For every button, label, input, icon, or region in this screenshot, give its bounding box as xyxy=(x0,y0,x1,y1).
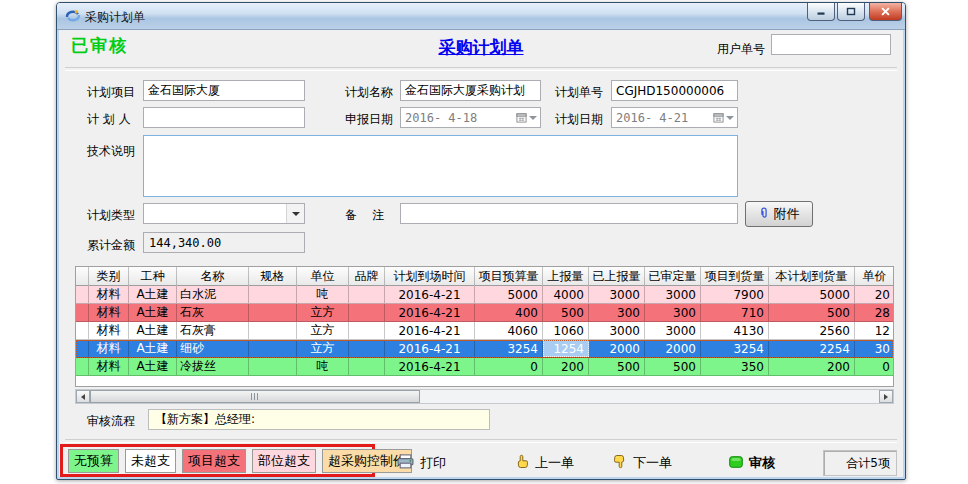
cell[interactable]: 300 xyxy=(589,304,645,321)
cell[interactable]: 4130 xyxy=(701,322,769,339)
scrollbar-thumb[interactable] xyxy=(90,390,420,403)
cell[interactable]: 500 xyxy=(589,358,645,375)
cell[interactable]: 石灰 xyxy=(177,304,249,321)
cell[interactable]: 材料 xyxy=(89,304,129,321)
column-header[interactable]: 单位 xyxy=(297,267,349,286)
cell[interactable]: 5000 xyxy=(475,286,543,303)
cell[interactable]: 材料 xyxy=(89,322,129,339)
plan-project-input[interactable] xyxy=(143,80,305,101)
cell[interactable]: 7900 xyxy=(701,286,769,303)
cell[interactable]: 吨 xyxy=(297,286,349,303)
cell[interactable]: 材料 xyxy=(89,340,129,357)
attachment-button[interactable]: 附件 xyxy=(745,201,813,227)
cell[interactable]: 0 xyxy=(475,358,543,375)
cell[interactable]: 3000 xyxy=(645,286,701,303)
cell[interactable]: 细砂 xyxy=(177,340,249,357)
row-selector[interactable] xyxy=(76,358,89,375)
column-header[interactable]: 项目预算量 xyxy=(475,267,543,286)
cell[interactable]: 3000 xyxy=(589,286,645,303)
cell[interactable]: 2016-4-21 xyxy=(385,322,475,339)
row-selector[interactable] xyxy=(76,322,89,339)
maximize-button[interactable] xyxy=(837,3,865,21)
cell[interactable]: 20 xyxy=(855,286,894,303)
cell[interactable]: 2000 xyxy=(645,340,701,357)
cell[interactable]: 500 xyxy=(769,304,855,321)
cell[interactable]: 2254 xyxy=(769,340,855,357)
cell[interactable]: 材料 xyxy=(89,286,129,303)
cell[interactable]: A土建 xyxy=(129,286,177,303)
table-row[interactable]: 材料A土建白水泥吨2016-4-215000400030003000790050… xyxy=(76,286,893,304)
cell[interactable]: 立方 xyxy=(297,304,349,321)
cell[interactable]: 石灰膏 xyxy=(177,322,249,339)
audit-button[interactable]: 审核 xyxy=(729,451,775,475)
cell[interactable]: 立方 xyxy=(297,340,349,357)
cell[interactable]: 4000 xyxy=(543,286,589,303)
cell[interactable]: 1060 xyxy=(543,322,589,339)
next-order-button[interactable]: 下一单 xyxy=(613,451,672,475)
cell[interactable]: 3000 xyxy=(589,322,645,339)
cell[interactable]: 500 xyxy=(543,304,589,321)
user-no-input[interactable] xyxy=(771,34,891,55)
scroll-right-arrow-icon[interactable] xyxy=(879,390,893,403)
calendar-icon[interactable] xyxy=(516,112,540,123)
cell[interactable]: 300 xyxy=(645,304,701,321)
scroll-left-arrow-icon[interactable] xyxy=(76,390,90,403)
table-row[interactable]: 材料A土建冷拔丝吨2016-4-2102005005003502000 xyxy=(76,358,893,376)
previous-order-button[interactable]: 上一单 xyxy=(515,451,574,475)
row-selector[interactable] xyxy=(76,286,89,303)
cell[interactable] xyxy=(249,286,297,303)
cell[interactable]: 3254 xyxy=(701,340,769,357)
cell[interactable]: 0 xyxy=(855,358,894,375)
chevron-down-icon[interactable] xyxy=(286,204,304,223)
row-selector[interactable] xyxy=(76,304,89,321)
remark-input[interactable] xyxy=(400,203,738,224)
cell[interactable] xyxy=(349,286,385,303)
column-header[interactable]: 名称 xyxy=(177,267,249,286)
cell[interactable]: 500 xyxy=(645,358,701,375)
plan-type-select[interactable] xyxy=(143,203,305,224)
cell[interactable]: A土建 xyxy=(129,340,177,357)
column-header[interactable]: 项目到货量 xyxy=(701,267,769,286)
cell[interactable]: 3000 xyxy=(645,322,701,339)
cell[interactable]: 白水泥 xyxy=(177,286,249,303)
cell[interactable] xyxy=(249,358,297,375)
column-header[interactable]: 上报量 xyxy=(543,267,589,286)
cell[interactable]: A土建 xyxy=(129,304,177,321)
cell[interactable] xyxy=(349,358,385,375)
minimize-button[interactable] xyxy=(807,3,835,21)
cell[interactable]: 2016-4-21 xyxy=(385,358,475,375)
cell[interactable]: 710 xyxy=(701,304,769,321)
row-selector-header[interactable] xyxy=(76,267,89,286)
close-button[interactable] xyxy=(869,3,902,21)
column-header[interactable]: 类别 xyxy=(89,267,129,286)
cell[interactable]: 5000 xyxy=(769,286,855,303)
column-header[interactable]: 本计划到货量 xyxy=(769,267,855,286)
horizontal-scrollbar[interactable] xyxy=(75,389,894,404)
table-row[interactable]: 材料A土建细砂立方2016-4-213254125420002000325422… xyxy=(76,340,893,358)
column-header[interactable]: 规格 xyxy=(249,267,297,286)
plan-date-picker[interactable]: 2016- 4-21 xyxy=(611,107,738,128)
planner-input[interactable] xyxy=(143,107,305,128)
table-row[interactable]: 材料A土建石灰膏立方2016-4-21406010603000300041302… xyxy=(76,322,893,340)
cell[interactable]: 吨 xyxy=(297,358,349,375)
cell[interactable]: 2000 xyxy=(589,340,645,357)
cell[interactable]: 2560 xyxy=(769,322,855,339)
cell[interactable] xyxy=(349,340,385,357)
cell[interactable]: A土建 xyxy=(129,358,177,375)
cell[interactable]: 2016-4-21 xyxy=(385,304,475,321)
cell[interactable] xyxy=(249,322,297,339)
cell[interactable]: 400 xyxy=(475,304,543,321)
column-header[interactable]: 已上报量 xyxy=(589,267,645,286)
cell[interactable]: 2016-4-21 xyxy=(385,286,475,303)
column-header[interactable]: 计划到场时间 xyxy=(385,267,475,286)
cell[interactable]: 200 xyxy=(543,358,589,375)
tech-note-textarea[interactable] xyxy=(143,135,738,197)
table-row[interactable]: 材料A土建石灰立方2016-4-2140050030030071050028 xyxy=(76,304,893,322)
cell[interactable]: 2016-4-21 xyxy=(385,340,475,357)
cell[interactable]: 30 xyxy=(855,340,894,357)
title-bar[interactable]: 采购计划单 xyxy=(57,3,905,30)
column-header[interactable]: 品牌 xyxy=(349,267,385,286)
column-header[interactable]: 工种 xyxy=(129,267,177,286)
column-header[interactable]: 已审定量 xyxy=(645,267,701,286)
row-selector[interactable] xyxy=(76,340,89,357)
